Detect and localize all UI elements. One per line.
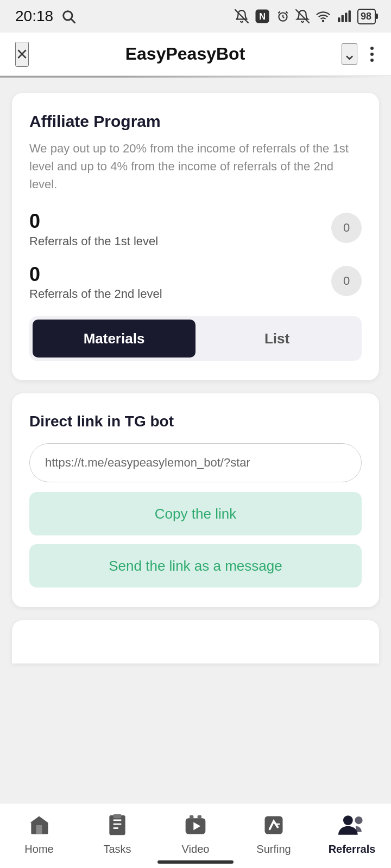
- svg-line-6: [278, 11, 280, 13]
- referral-level1-info: 0 Referrals of the 1st level: [29, 210, 158, 248]
- battery-icon: 98: [357, 9, 376, 24]
- affiliate-description: We pay out up to 20% from the income of …: [29, 139, 362, 193]
- svg-point-25: [343, 815, 353, 825]
- referral-level2-info: 0 Referrals of the 2nd level: [29, 264, 162, 302]
- send-link-button[interactable]: Send the link as a message: [29, 544, 362, 588]
- direct-link-card: Direct link in TG bot https://t.me/easyp…: [12, 393, 379, 607]
- nav-item-surfing[interactable]: Surfing: [247, 810, 301, 856]
- referral-level2-badge: 0: [331, 266, 362, 296]
- tab-materials-button[interactable]: Materials: [33, 320, 195, 358]
- n-badge-icon: N: [254, 8, 270, 24]
- svg-rect-13: [349, 10, 351, 22]
- svg-line-1: [71, 19, 74, 22]
- main-content: Affiliate Program We pay out up to 20% f…: [0, 78, 391, 679]
- referral-level1-badge: 0: [331, 213, 362, 243]
- surfing-icon: [259, 810, 288, 840]
- referral-level2-count: 0: [29, 264, 162, 285]
- referral-level2-label: Referrals of the 2nd level: [29, 287, 162, 301]
- tasks-icon: [103, 810, 132, 840]
- nav-item-referrals[interactable]: Referrals: [325, 810, 379, 856]
- tab-group: Materials List: [29, 316, 362, 361]
- svg-rect-23: [265, 816, 283, 834]
- copy-link-button[interactable]: Copy the link: [29, 492, 362, 535]
- alarm-icon: [276, 9, 290, 23]
- svg-rect-22: [198, 815, 201, 819]
- wifi-icon: [315, 9, 331, 23]
- top-nav-bar: × EasyPeasyBot ⌄: [0, 33, 391, 76]
- nav-label-home: Home: [24, 843, 53, 856]
- svg-point-26: [355, 816, 362, 824]
- link-input-box[interactable]: https://t.me/easypeasylemon_bot/?star: [29, 443, 362, 482]
- notification-bell-icon: [235, 9, 249, 23]
- bottom-nav: Home Tasks Video: [0, 803, 391, 868]
- svg-line-2: [235, 10, 248, 23]
- referral-level2-row: 0 Referrals of the 2nd level 0: [29, 264, 362, 302]
- referral-level1-label: Referrals of the 1st level: [29, 234, 158, 248]
- link-input-value: https://t.me/easypeasylemon_bot/?star: [45, 456, 250, 470]
- referral-level1-count: 0: [29, 210, 158, 232]
- referrals-icon: [337, 810, 367, 840]
- status-bar: 20:18 N 98: [0, 0, 391, 33]
- home-icon: [24, 810, 54, 840]
- status-icons: N 98: [235, 8, 376, 24]
- referral-level1-row: 0 Referrals of the 1st level 0: [29, 210, 362, 248]
- svg-line-7: [286, 11, 287, 13]
- signal-icon: [337, 9, 352, 23]
- svg-rect-21: [190, 815, 193, 819]
- svg-rect-12: [345, 13, 347, 22]
- nav-label-surfing: Surfing: [256, 843, 291, 856]
- video-icon: [181, 810, 210, 840]
- svg-text:N: N: [259, 11, 266, 21]
- nav-item-video[interactable]: Video: [168, 810, 223, 856]
- nav-right-icons: ⌄: [342, 43, 376, 65]
- affiliate-program-card: Affiliate Program We pay out up to 20% f…: [12, 93, 379, 380]
- nav-label-referrals: Referrals: [329, 843, 376, 856]
- svg-rect-11: [342, 15, 344, 22]
- more-options-button[interactable]: [368, 44, 376, 64]
- direct-link-title: Direct link in TG bot: [29, 413, 362, 430]
- nav-label-tasks: Tasks: [103, 843, 131, 856]
- tab-list-button[interactable]: List: [195, 320, 358, 358]
- app-title: EasyPeasyBot: [125, 44, 245, 64]
- svg-rect-10: [338, 17, 340, 22]
- close-button[interactable]: ×: [15, 42, 29, 67]
- partial-bottom-card: [12, 620, 379, 663]
- nav-label-video: Video: [182, 843, 210, 856]
- status-time: 20:18: [15, 8, 53, 25]
- search-icon: [61, 9, 76, 24]
- svg-rect-18: [113, 814, 122, 818]
- svg-line-8: [296, 10, 309, 23]
- home-indicator: [157, 860, 234, 864]
- chevron-down-button[interactable]: ⌄: [342, 43, 357, 65]
- mute-bell-icon: [295, 9, 310, 23]
- svg-point-9: [323, 21, 324, 22]
- nav-item-tasks[interactable]: Tasks: [90, 810, 144, 856]
- nav-item-home[interactable]: Home: [12, 810, 66, 856]
- affiliate-title: Affiliate Program: [29, 112, 362, 131]
